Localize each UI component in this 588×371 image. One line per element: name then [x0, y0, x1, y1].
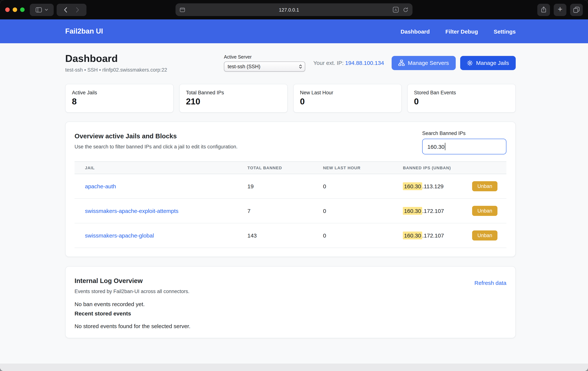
forward-button[interactable] — [76, 7, 79, 12]
jail-row: apache-auth 19 0 160.30.113.129 Unban — [74, 174, 506, 198]
jail-link[interactable]: apache-auth — [85, 183, 116, 189]
banned-ip: 160.30.172.107 — [403, 208, 444, 214]
window-controls — [5, 8, 25, 12]
stat-value: 0 — [300, 97, 395, 107]
stat-value: 0 — [414, 97, 509, 107]
search-banned-ips-input[interactable]: 160.30 — [422, 139, 506, 154]
internal-log-card: Internal Log Overview Events stored by F… — [65, 266, 516, 338]
select-stepper-icon — [299, 64, 302, 69]
unban-button[interactable]: Unban — [472, 181, 497, 191]
external-ip-label: Your ext. IP: — [313, 60, 344, 66]
share-button[interactable] — [537, 3, 550, 16]
app-brand: Fail2ban UI — [65, 27, 103, 35]
reload-icon[interactable] — [403, 7, 408, 12]
active-server-value: test-ssh (SSH) — [228, 64, 261, 69]
app-navbar: Fail2ban UI Dashboard Filter Debug Setti… — [0, 19, 588, 43]
total-banned-cell: 7 — [243, 198, 319, 223]
search-value: 160.30 — [427, 143, 444, 150]
stat-card-active-jails: Active Jails 8 — [65, 84, 174, 113]
zoom-window-button[interactable] — [20, 8, 25, 12]
search-label: Search Banned IPs — [422, 131, 506, 136]
refresh-data-link[interactable]: Refresh data — [474, 280, 506, 286]
stats-row: Active Jails 8 Total Banned IPs 210 New … — [65, 84, 516, 113]
url-text: 127.0.0.1 — [185, 7, 393, 12]
ip-rest: .113.129 — [422, 183, 444, 189]
overview-card: Overview active Jails and Blocks Use the… — [65, 121, 516, 257]
no-ban-events-text: No ban events recorded yet. — [74, 301, 506, 307]
ip-highlight: 160.30 — [403, 182, 422, 190]
nav-link-dashboard[interactable]: Dashboard — [400, 28, 430, 34]
col-header-jail: JAIL — [74, 162, 243, 174]
stat-label: Active Jails — [72, 90, 167, 96]
ip-rest: .172.107 — [422, 208, 444, 214]
overview-title: Overview active Jails and Blocks — [74, 132, 238, 140]
col-header-new-last-hour: NEW LAST HOUR — [319, 162, 399, 174]
total-banned-cell: 143 — [243, 223, 319, 248]
svg-text:A: A — [395, 8, 397, 12]
total-banned-cell: 19 — [243, 174, 319, 198]
manage-jails-label: Manage Jails — [476, 60, 509, 66]
log-title: Internal Log Overview — [74, 277, 189, 285]
page-header: Dashboard test-ssh • SSH • rlinfp02.swis… — [65, 53, 516, 73]
plus-icon: + — [558, 5, 562, 13]
new-last-hour-cell: 0 — [319, 223, 399, 248]
banned-ip: 160.30.172.107 — [403, 232, 444, 239]
sidebar-icon — [35, 7, 42, 12]
log-subtitle: Events stored by Fail2ban-UI across all … — [74, 289, 189, 294]
text-caret — [445, 143, 445, 150]
jails-table: JAIL TOTAL BANNED NEW LAST HOUR BANNED I… — [74, 162, 506, 248]
page-content: Dashboard test-ssh • SSH • rlinfp02.swis… — [0, 43, 588, 363]
titlebar-right-actions: + — [537, 3, 583, 16]
nav-link-settings[interactable]: Settings — [494, 28, 516, 34]
address-bar[interactable]: 127.0.0.1 A — [176, 3, 412, 16]
jail-link[interactable]: swissmakers-apache-global — [85, 232, 154, 239]
stat-label: New Last Hour — [300, 90, 395, 96]
browser-window: 127.0.0.1 A + — [0, 0, 588, 371]
jail-link[interactable]: swissmakers-apache-exploit-attempts — [85, 208, 178, 214]
gear-icon — [467, 60, 473, 66]
page-settings-icon — [180, 7, 185, 12]
history-navigation — [57, 3, 86, 16]
search-block: Search Banned IPs 160.30 — [422, 131, 506, 154]
stat-label: Stored Ban Events — [414, 90, 509, 96]
unban-button[interactable]: Unban — [472, 230, 497, 240]
nav-link-filter-debug[interactable]: Filter Debug — [445, 28, 478, 34]
page-title: Dashboard — [65, 53, 167, 65]
external-ip: Your ext. IP: 194.88.100.134 — [313, 60, 384, 66]
translate-icon[interactable]: A — [393, 7, 399, 13]
close-window-button[interactable] — [5, 8, 10, 12]
col-header-banned-ips: BANNED IPS (UNBAN) — [398, 162, 506, 174]
jail-row: swissmakers-apache-global 143 0 160.30.1… — [74, 223, 506, 248]
sitemap-icon — [398, 60, 404, 66]
jail-row: swissmakers-apache-exploit-attempts 7 0 … — [74, 198, 506, 223]
stat-value: 8 — [72, 97, 167, 107]
active-server-group: Active Server test-ssh (SSH) — [224, 54, 305, 71]
recent-stored-events-title: Recent stored events — [74, 310, 506, 316]
banned-ip: 160.30.113.129 — [403, 183, 443, 189]
stat-card-new-last-hour: New Last Hour 0 — [293, 84, 402, 113]
overview-subtitle: Use the search to filter banned IPs and … — [74, 144, 238, 150]
no-stored-events-text: No stored events found for the selected … — [74, 323, 506, 329]
stat-card-stored-ban-events: Stored Ban Events 0 — [407, 84, 516, 113]
minimize-window-button[interactable] — [13, 8, 17, 12]
sidebar-toggle-button[interactable] — [30, 3, 54, 16]
window-titlebar: 127.0.0.1 A + — [0, 0, 588, 19]
ip-highlight: 160.30 — [403, 207, 422, 215]
active-server-label: Active Server — [224, 54, 305, 59]
tab-overview-button[interactable] — [570, 3, 583, 16]
stat-card-total-banned-ips: Total Banned IPs 210 — [179, 84, 288, 113]
back-button[interactable] — [64, 7, 67, 12]
ip-highlight: 160.30 — [403, 231, 422, 239]
active-server-select[interactable]: test-ssh (SSH) — [224, 61, 305, 71]
chevron-down-icon — [45, 9, 48, 11]
stat-label: Total Banned IPs — [186, 90, 281, 96]
manage-servers-button[interactable]: Manage Servers — [391, 56, 456, 70]
page-subtitle: test-ssh • SSH • rlinfp02.swissmakers.co… — [65, 67, 167, 73]
window-bottom-edge — [0, 363, 588, 371]
manage-servers-label: Manage Servers — [408, 60, 449, 66]
unban-button[interactable]: Unban — [472, 206, 497, 216]
manage-jails-button[interactable]: Manage Jails — [460, 56, 516, 70]
stat-value: 210 — [186, 97, 281, 107]
new-tab-button[interactable]: + — [554, 3, 566, 16]
new-last-hour-cell: 0 — [319, 198, 399, 223]
